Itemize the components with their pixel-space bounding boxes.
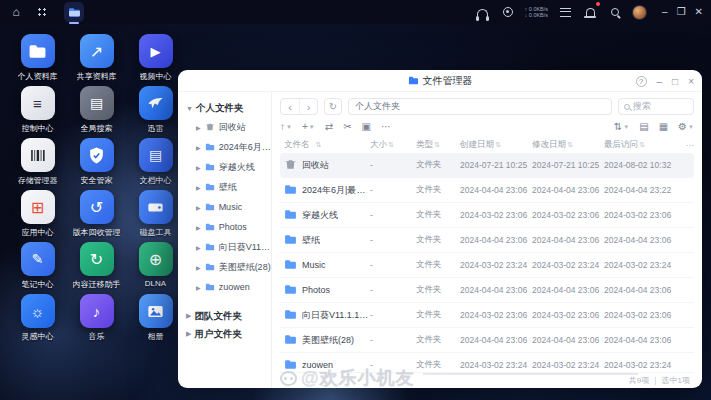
table-row[interactable]: 2024年6月|最新电影(8K10…-文件夹2024-04-04 23:0620… [280, 178, 694, 203]
desktop-icon-personal-library[interactable]: 个人资料库 [8, 34, 67, 86]
desktop-icon-disk-tool[interactable]: 磁盘工具 [126, 190, 185, 242]
window-titlebar[interactable]: 文件管理器 ? – □ × [178, 70, 702, 92]
user-avatar[interactable] [632, 5, 647, 20]
upload-button[interactable]: ↑▼ [280, 121, 292, 132]
desktop-icon-doc-center[interactable]: ▤文档中心 [126, 138, 185, 190]
desktop-icon-storage-manager[interactable]: 存储管理器 [8, 138, 67, 190]
global-search-icon: ▤ [80, 86, 114, 120]
column-header-0[interactable]: 文件名⇅ [280, 139, 370, 151]
desktop-icon-photos-app[interactable]: 相册 [126, 294, 185, 346]
home-icon[interactable]: ⌂ [8, 4, 24, 20]
sidebar-item-folder-1[interactable]: ▶2024年6月|最新电影(8K1… [186, 137, 271, 157]
column-header-label: 最后访问 [604, 139, 638, 149]
notification-bell-icon[interactable] [582, 4, 598, 20]
view-settings-button[interactable]: ⚙▼ [678, 121, 694, 132]
desktop-icon-music[interactable]: ♪音乐 [67, 294, 126, 346]
desktop-icon-version-recycle[interactable]: ↺版本回收管理 [67, 190, 126, 242]
menu-icon[interactable] [557, 4, 573, 20]
sidebar-item-folder-3[interactable]: ▶壁纸 [186, 177, 271, 197]
close-button[interactable]: ✕ [695, 7, 703, 17]
table-row[interactable]: 回收站-文件夹2024-07-21 10:252024-07-21 10:252… [280, 153, 694, 178]
desktop-icon-video-center[interactable]: ▶视频中心 [126, 34, 185, 86]
new-folder-icon: + [302, 121, 308, 132]
sidebar-item-trash-0[interactable]: ▶回收站 [186, 117, 271, 137]
file-size: - [370, 285, 416, 295]
view-grid-button[interactable]: ▤ [639, 121, 648, 132]
minimize-button[interactable]: – [662, 7, 668, 17]
address-breadcrumb[interactable]: 个人文件夹 [348, 98, 612, 115]
column-header-3[interactable]: 创建日期⇅ [460, 139, 532, 151]
folder-icon [284, 258, 297, 273]
app-grid-icon[interactable] [34, 4, 50, 20]
search-input[interactable]: 搜索 [618, 98, 694, 115]
table-row[interactable]: 穿越火线-文件夹2024-03-02 23:062024-03-02 23:06… [280, 203, 694, 228]
sidebar-item-folder-8[interactable]: ▶zuowen [186, 277, 271, 297]
share-button[interactable]: ⇄ [325, 121, 333, 132]
screen: ⌂ ↑ 0.0KB/s ↓ 0.0KB/s – [0, 0, 711, 400]
file-size: - [370, 235, 416, 245]
column-header-label: 文件名 [284, 139, 310, 151]
desktop-icon-idea-center[interactable]: ☼灵感中心 [8, 294, 67, 346]
sidebar-section-label: 用户文件夹 [194, 328, 242, 341]
table-row[interactable]: Photos-文件夹2024-04-04 23:062024-04-04 23:… [280, 278, 694, 303]
desktop-icon-security-manager[interactable]: 安全管家 [67, 138, 126, 190]
column-header-5[interactable]: 最后访问⇅ [604, 139, 676, 151]
help-button[interactable]: ? [636, 76, 647, 87]
back-button[interactable]: ‹ [281, 99, 299, 114]
forward-button[interactable]: › [299, 99, 317, 114]
table-row[interactable]: 向日葵V11.1.1.1052-文件夹2024-03-02 23:062024-… [280, 303, 694, 328]
window-close-button[interactable]: × [688, 76, 694, 87]
copy-button[interactable]: ▣ [362, 121, 371, 132]
sort-button[interactable]: ⇅▼ [614, 121, 629, 132]
file-accessed: 2024-04-04 23:06 [604, 335, 676, 345]
idea-center-icon: ☼ [21, 294, 55, 328]
file-modified: 2024-04-04 23:06 [532, 285, 604, 295]
file-created: 2024-03-02 23:06 [460, 310, 532, 320]
desktop-icon-note-center[interactable]: ✎笔记中心 [8, 242, 67, 294]
desktop-icon-migrate-helper[interactable]: ↻内容迁移助手 [67, 242, 126, 294]
table-header-row: 文件名⇅大小⇅类型⇅创建日期⇅修改日期⇅最后访问⇅⋯ [280, 137, 694, 153]
desktop-icon-xunlei[interactable]: 迅雷 [126, 86, 185, 138]
desktop-icon-shared-library[interactable]: ↗共享资料库 [67, 34, 126, 86]
sidebar-root-personal[interactable]: ▼ 个人文件夹 [186, 99, 271, 117]
column-header-label: 大小 [370, 139, 387, 149]
file-type: 文件夹 [416, 184, 460, 196]
window-minimize-button[interactable]: – [657, 76, 663, 87]
new-folder-button[interactable]: +▼ [302, 121, 315, 132]
refresh-button[interactable]: ↻ [324, 98, 342, 115]
maximize-button[interactable]: ❐ [677, 7, 686, 17]
running-app-file-manager[interactable] [64, 2, 84, 22]
cut-button[interactable]: ✂ [343, 121, 351, 132]
sidebar-item-folder-7[interactable]: ▶美图壁纸(28) [186, 257, 271, 277]
table-row[interactable]: 美图壁纸(28)-文件夹2024-04-04 23:062024-04-04 2… [280, 328, 694, 353]
more-actions-button[interactable]: ⋯ [381, 121, 391, 132]
sidebar-section-0[interactable]: ▶团队文件夹 [186, 307, 271, 325]
sidebar-item-folder-2[interactable]: ▶穿越火线 [186, 157, 271, 177]
column-header-1[interactable]: 大小⇅ [370, 139, 416, 151]
sidebar-section-1[interactable]: ▶用户文件夹 [186, 325, 271, 343]
sidebar-item-label: 回收站 [219, 121, 246, 134]
desktop-icon-global-search[interactable]: ▤全局搜索 [67, 86, 126, 138]
column-header-4[interactable]: 修改日期⇅ [532, 139, 604, 151]
view-list-button[interactable]: ▦ [659, 121, 668, 132]
chevron-down-icon: ▼ [286, 124, 292, 130]
desktop-icon-dlna[interactable]: ⊕DLNA [126, 242, 185, 294]
support-headset-icon[interactable] [475, 4, 491, 20]
table-row[interactable]: 壁纸-文件夹2024-04-04 23:062024-04-04 23:0620… [280, 228, 694, 253]
desktop-icon-app-center[interactable]: ⊞应用中心 [8, 190, 67, 242]
sidebar-item-folder-5[interactable]: ▶Photos [186, 217, 271, 237]
search-icon[interactable] [607, 4, 623, 20]
chevron-right-icon: ▶ [196, 264, 201, 271]
sidebar-item-folder-4[interactable]: ▶Music [186, 197, 271, 217]
folder-icon [284, 308, 297, 323]
window-maximize-button[interactable]: □ [672, 76, 678, 87]
column-header-2[interactable]: 类型⇅ [416, 139, 460, 151]
desktop-icon-grid: 个人资料库↗共享资料库▶视频中心≡控制中心▤全局搜索迅雷存储管理器安全管家▤文档… [8, 34, 185, 346]
table-row[interactable]: zuowen-文件夹2024-03-02 23:242024-03-02 23:… [280, 353, 694, 372]
sidebar-item-folder-6[interactable]: ▶向日葵V11.1.1.10… [186, 237, 271, 257]
record-icon[interactable] [500, 4, 516, 20]
columns-more-button[interactable]: ⋯ [676, 140, 694, 150]
desktop-icon-control-center[interactable]: ≡控制中心 [8, 86, 67, 138]
table-row[interactable]: Music-文件夹2024-03-02 23:242024-03-02 23:2… [280, 253, 694, 278]
desktop-icon-label: DLNA [145, 279, 166, 288]
